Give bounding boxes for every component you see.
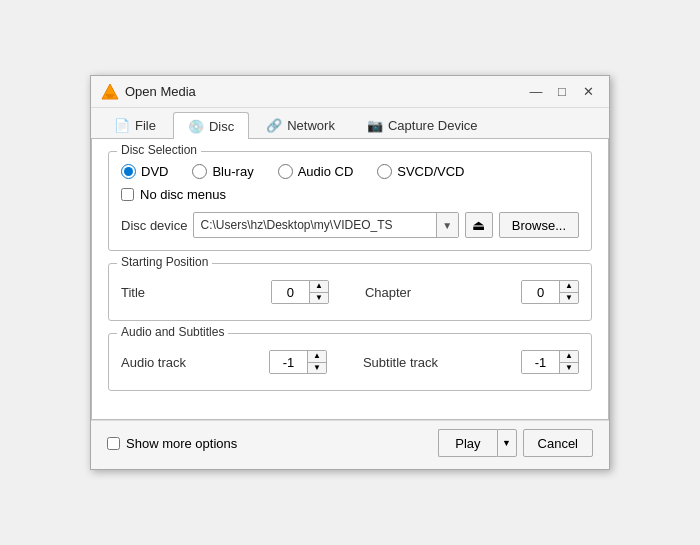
chapter-spinner-buttons: ▲ ▼ — [560, 281, 578, 303]
disc-device-label: Disc device — [121, 218, 187, 233]
show-more-checkbox[interactable] — [107, 437, 120, 450]
tab-disc-label: Disc — [209, 119, 234, 134]
disc-device-dropdown-arrow[interactable]: ▼ — [436, 213, 458, 237]
title-bar-left: Open Media — [101, 83, 196, 101]
title-chapter-row: Title ▲ ▼ Chapter ▲ — [121, 272, 579, 308]
eject-button[interactable]: ⏏ — [465, 212, 493, 238]
disc-device-combo: ▼ — [193, 212, 458, 238]
file-tab-icon: 📄 — [114, 118, 130, 133]
play-button[interactable]: Play — [438, 429, 496, 457]
disc-device-input[interactable] — [194, 218, 435, 232]
dvd-radio-item[interactable]: DVD — [121, 164, 168, 179]
audiocd-radio-item[interactable]: Audio CD — [278, 164, 354, 179]
audio-track-spinner-buttons: ▲ ▼ — [308, 351, 326, 373]
browse-button[interactable]: Browse... — [499, 212, 579, 238]
audio-track-up[interactable]: ▲ — [308, 351, 326, 363]
subtitle-track-input[interactable] — [522, 351, 560, 373]
disc-selection-group: Disc Selection DVD Blu-ray Audio CD SV — [108, 151, 592, 251]
capture-tab-icon: 📷 — [367, 118, 383, 133]
tab-file-label: File — [135, 118, 156, 133]
audio-subtitles-label: Audio and Subtitles — [117, 325, 228, 339]
title-spinner-down[interactable]: ▼ — [310, 293, 328, 304]
bluray-radio[interactable] — [192, 164, 207, 179]
svg-rect-1 — [106, 94, 114, 96]
subtitle-track-spinner: ▲ ▼ — [521, 350, 579, 374]
title-bar-controls: — □ ✕ — [525, 81, 599, 103]
title-spinner-up[interactable]: ▲ — [310, 281, 328, 293]
tab-network[interactable]: 🔗 Network — [251, 112, 350, 138]
title-spinner-buttons: ▲ ▼ — [310, 281, 328, 303]
show-more-label: Show more options — [126, 436, 237, 451]
audio-track-field-group: Audio track — [121, 355, 186, 370]
svcd-radio-item[interactable]: SVCD/VCD — [377, 164, 464, 179]
bluray-label: Blu-ray — [212, 164, 253, 179]
vlc-icon — [101, 83, 119, 101]
svg-rect-2 — [107, 96, 113, 98]
starting-position-label: Starting Position — [117, 255, 212, 269]
chapter-spinner: ▲ ▼ — [521, 280, 579, 304]
title-label: Title — [121, 285, 161, 300]
disc-tab-icon: 💿 — [188, 119, 204, 134]
chapter-label: Chapter — [365, 285, 411, 300]
network-tab-icon: 🔗 — [266, 118, 282, 133]
subtitle-track-spinner-buttons: ▲ ▼ — [560, 351, 578, 373]
chapter-spinner-down[interactable]: ▼ — [560, 293, 578, 304]
disc-type-row: DVD Blu-ray Audio CD SVCD/VCD — [121, 164, 579, 179]
tab-bar: 📄 File 💿 Disc 🔗 Network 📷 Capture Device — [91, 108, 609, 139]
maximize-button[interactable]: □ — [551, 81, 573, 103]
subtitle-track-up[interactable]: ▲ — [560, 351, 578, 363]
no-disc-menus-row: No disc menus — [121, 187, 579, 202]
svcd-radio[interactable] — [377, 164, 392, 179]
dvd-radio[interactable] — [121, 164, 136, 179]
close-button[interactable]: ✕ — [577, 81, 599, 103]
title-bar: Open Media — □ ✕ — [91, 76, 609, 108]
chapter-field-group: Chapter — [365, 285, 411, 300]
tab-disc[interactable]: 💿 Disc — [173, 112, 249, 139]
audio-track-down[interactable]: ▼ — [308, 363, 326, 374]
bottom-buttons: Play ▼ Cancel — [438, 429, 593, 457]
tab-file[interactable]: 📄 File — [99, 112, 171, 138]
play-dropdown-arrow[interactable]: ▼ — [497, 429, 517, 457]
title-field-group: Title — [121, 285, 161, 300]
tab-network-label: Network — [287, 118, 335, 133]
tab-capture-label: Capture Device — [388, 118, 478, 133]
no-disc-menus-label: No disc menus — [140, 187, 226, 202]
audio-track-label: Audio track — [121, 355, 186, 370]
audio-subtitles-group: Audio and Subtitles Audio track ▲ ▼ Subt… — [108, 333, 592, 391]
minimize-button[interactable]: — — [525, 81, 547, 103]
title-spinner-input[interactable] — [272, 281, 310, 303]
audiocd-radio[interactable] — [278, 164, 293, 179]
tab-capture[interactable]: 📷 Capture Device — [352, 112, 493, 138]
audio-track-input[interactable] — [270, 351, 308, 373]
main-content: Disc Selection DVD Blu-ray Audio CD SV — [91, 139, 609, 420]
bluray-radio-item[interactable]: Blu-ray — [192, 164, 253, 179]
audio-track-spinner: ▲ ▼ — [269, 350, 327, 374]
chapter-spinner-up[interactable]: ▲ — [560, 281, 578, 293]
bottom-bar: Show more options Play ▼ Cancel — [91, 420, 609, 469]
disc-selection-label: Disc Selection — [117, 143, 201, 157]
subtitle-track-down[interactable]: ▼ — [560, 363, 578, 374]
open-media-window: Open Media — □ ✕ 📄 File 💿 Disc 🔗 Network… — [90, 75, 610, 470]
subtitle-track-label: Subtitle track — [363, 355, 438, 370]
starting-position-group: Starting Position Title ▲ ▼ Chapter — [108, 263, 592, 321]
chapter-spinner-input[interactable] — [522, 281, 560, 303]
audio-subtitle-row: Audio track ▲ ▼ Subtitle track — [121, 342, 579, 378]
disc-device-row: Disc device ▼ ⏏ Browse... — [121, 212, 579, 238]
svcd-label: SVCD/VCD — [397, 164, 464, 179]
window-title: Open Media — [125, 84, 196, 99]
no-disc-menus-checkbox[interactable] — [121, 188, 134, 201]
title-spinner: ▲ ▼ — [271, 280, 329, 304]
dvd-label: DVD — [141, 164, 168, 179]
subtitle-track-field-group: Subtitle track — [363, 355, 438, 370]
cancel-button[interactable]: Cancel — [523, 429, 593, 457]
audiocd-label: Audio CD — [298, 164, 354, 179]
show-more-row[interactable]: Show more options — [107, 436, 237, 451]
